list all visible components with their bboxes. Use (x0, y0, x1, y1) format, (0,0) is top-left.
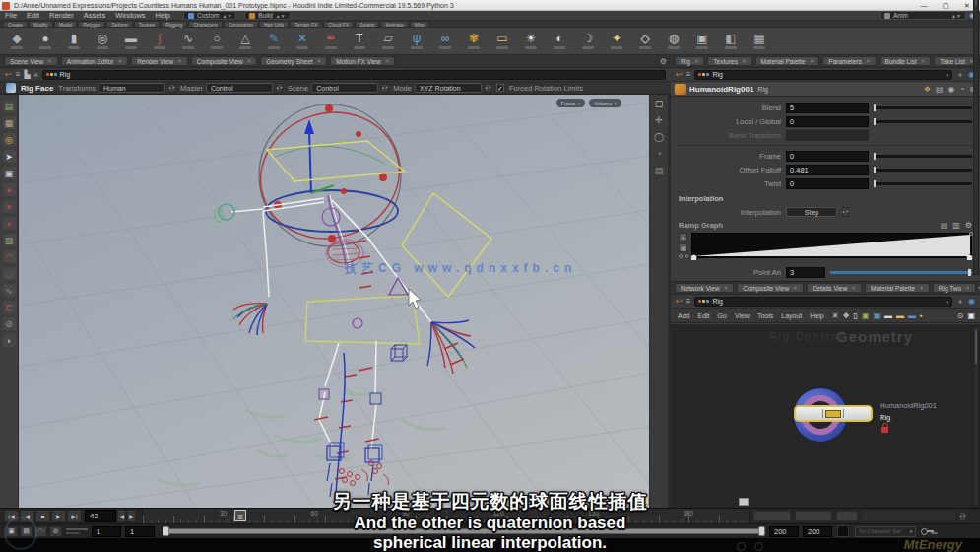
tool-icon[interactable]: ◎ (3, 133, 16, 146)
list-icon[interactable]: ≡ (16, 70, 21, 79)
param-field[interactable]: 0.481 (786, 165, 869, 175)
params-path-input[interactable]: Rig ▾ (694, 70, 952, 80)
ramp-add-button[interactable]: ▪ (679, 233, 687, 242)
shelf-tab[interactable]: Cloud FX (323, 21, 354, 27)
close-tab-icon[interactable]: ✕ (724, 285, 729, 291)
param-field[interactable] (786, 130, 869, 141)
home-icon[interactable]: ▙ (24, 70, 30, 79)
interpolation-dropdown[interactable]: Step (786, 207, 837, 217)
charrow-dropdown[interactable]: Control (311, 83, 378, 93)
header-action-icon[interactable]: ❖ (924, 85, 931, 94)
shelf-tab[interactable]: Modify (29, 21, 53, 27)
pane-tab[interactable]: Details View✕ (807, 283, 862, 293)
shelf-tool-icon[interactable]: ● (36, 31, 54, 52)
tool-icon[interactable]: ▣ (3, 167, 16, 179)
pane-gear-icon[interactable]: ⚙ (660, 57, 667, 66)
header-action-icon[interactable]: ◉ (947, 85, 954, 94)
tool-icon[interactable]: ● (3, 200, 16, 213)
point-field[interactable]: 3 (786, 267, 825, 278)
viewport-pill-button[interactable]: Volume▾ (589, 99, 621, 107)
shelf-tool-icon[interactable]: ∿ (179, 31, 197, 52)
tool-icon[interactable]: ◡ (3, 267, 16, 280)
network-path-input[interactable]: Rig (42, 70, 666, 80)
network-menu-item[interactable]: Go (714, 312, 731, 319)
shelf-tab[interactable]: Hair Utils (259, 21, 289, 27)
network-node[interactable]: HumanoidRig001 Rig (793, 387, 848, 443)
path-dropdown-icon[interactable]: ▾ (947, 299, 949, 305)
close-tab-icon[interactable]: ✕ (810, 58, 815, 64)
viewport-canvas[interactable]: 技艺CG www.qdnxxfb.cn Focus▾Volume▾ (19, 95, 649, 508)
shelf-tab[interactable]: Texture (134, 21, 160, 27)
tool-icon[interactable]: ◠ (3, 250, 16, 263)
network-menu-item[interactable]: Help (806, 312, 827, 319)
network-tool-icon[interactable]: ▣ (862, 311, 870, 320)
close-tab-icon[interactable]: ✕ (694, 58, 699, 64)
desktop-selector[interactable]: Custom▲▼ (183, 11, 236, 20)
close-tab-icon[interactable]: ✕ (921, 58, 926, 64)
param-field[interactable]: 0 (786, 178, 869, 189)
node-body[interactable] (794, 405, 873, 422)
tool-icon[interactable]: C (3, 301, 16, 313)
shelf-tool-icon[interactable]: ◆ (8, 31, 26, 52)
shelf-tab[interactable]: Model (54, 21, 78, 27)
back-arrow-icon[interactable]: ↩ (676, 70, 683, 79)
close-tab-icon[interactable]: ✕ (177, 58, 182, 64)
network-menu-item[interactable]: View (731, 312, 753, 319)
stepper[interactable]: ▲▼ (381, 83, 388, 93)
close-tab-icon[interactable]: ✕ (742, 58, 747, 64)
param-slider[interactable] (874, 155, 972, 158)
shelf-tool-icon[interactable]: ◍ (665, 31, 683, 52)
close-tab-icon[interactable]: ✕ (247, 58, 252, 64)
network-tool-icon[interactable]: ▬ (896, 311, 904, 320)
param-field[interactable]: 0 (786, 151, 869, 162)
tool-icon[interactable]: ▤ (3, 100, 16, 112)
tool-icon[interactable]: ∿ (3, 284, 16, 297)
ramp-del-button[interactable]: ▥ (679, 243, 687, 252)
network-tool-icon[interactable]: ▣ (874, 311, 882, 320)
ramp-widget[interactable]: ▪ ▥ (679, 233, 972, 258)
close-tab-icon[interactable]: ✕ (118, 58, 123, 64)
param-slider[interactable] (874, 169, 972, 172)
network-tool-icon[interactable]: ▪ (920, 311, 923, 320)
ramp-action-icon[interactable]: ▥ (952, 221, 960, 230)
window-control-button[interactable]: — (913, 0, 935, 11)
network-tool-icon[interactable]: ▯ (854, 311, 858, 320)
network-tool-icon[interactable]: ▬ (884, 311, 892, 320)
pane-tab[interactable]: Network View✕ (675, 283, 734, 293)
viewport-strip-icon[interactable]: ◔ (656, 149, 661, 159)
list-icon[interactable]: ≡ (686, 70, 691, 79)
close-tab-icon[interactable]: ✕ (866, 58, 871, 64)
pane-tab[interactable]: Material Palette✕ (865, 283, 930, 293)
menu-item[interactable]: Render (44, 11, 79, 21)
tool-icon[interactable]: ● (3, 183, 16, 196)
pane-tab[interactable]: Animation Editor✕ (61, 56, 128, 66)
shelf-tool-icon[interactable]: ▱ (379, 31, 397, 52)
viewport-strip-icon[interactable]: ▢ (655, 99, 664, 108)
shelf-tab[interactable]: Solaris (355, 21, 379, 27)
header-action-icon[interactable]: ◔ (959, 85, 964, 94)
close-tab-icon[interactable]: ✕ (793, 285, 798, 291)
shelf-tool-icon[interactable]: ◐ (551, 31, 568, 52)
shelf-tab[interactable]: Rigging (161, 21, 187, 27)
tool-icon[interactable]: ◗ (3, 334, 16, 347)
pin-icon[interactable]: ＋ (956, 296, 964, 307)
pane-tab[interactable]: Geometry Sheet✕ (260, 56, 327, 66)
tool-icon[interactable]: ● (3, 217, 16, 230)
tool-icon[interactable]: ▦ (3, 116, 16, 129)
path-dropdown-icon[interactable]: ▾ (947, 72, 949, 78)
ramp-action-icon[interactable]: ▤ (941, 221, 948, 230)
charrow-dropdown[interactable]: XYZ Rotation (415, 83, 482, 93)
param-field[interactable]: 5 (786, 103, 869, 113)
anim-selector[interactable]: Anim▲▼ (880, 11, 966, 20)
network-canvas[interactable]: Rig Control Geometry HumanoidRig001 Rig (671, 324, 980, 508)
pane-tab[interactable]: Rig✕ (675, 56, 704, 66)
shelf-tool-icon[interactable]: ✎ (265, 31, 283, 52)
param-slider[interactable] (874, 120, 972, 123)
close-tab-icon[interactable]: ✕ (965, 285, 970, 291)
list-icon[interactable]: ≡ (686, 297, 691, 306)
menu-item[interactable]: Help (151, 11, 175, 21)
tool-icon[interactable]: ⊘ (3, 317, 16, 330)
network-scrollbar[interactable] (973, 326, 979, 506)
charrow-dropdown[interactable]: Control (206, 83, 273, 93)
shelf-tool-icon[interactable]: △ (236, 31, 254, 52)
